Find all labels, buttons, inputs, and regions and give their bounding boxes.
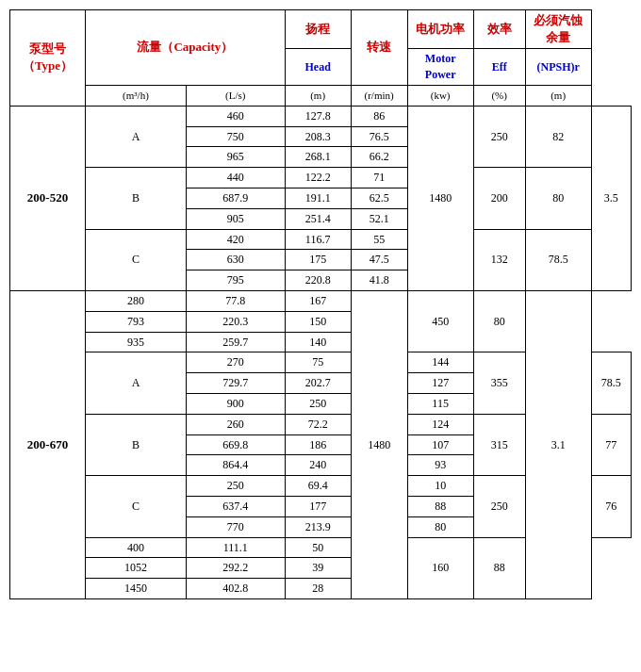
table-cell: 250 (473, 106, 525, 167)
header-flow-ls: (L/s) (186, 85, 285, 106)
table-cell: 268.1 (285, 147, 351, 168)
table-cell: 935 (86, 332, 187, 352)
table-cell: 86 (351, 106, 407, 126)
pump-data-table: 泵型号（Type） 流量（Capacity） 扬程 转速 电机功率 效率 必须汽… (9, 9, 632, 599)
table-cell: 80 (525, 168, 591, 229)
table-cell: 52.1 (351, 208, 407, 229)
table-cell: 167 (285, 290, 351, 311)
table-cell: 208.3 (285, 126, 351, 147)
table-cell: 78.5 (591, 352, 631, 414)
table-cell: 175 (285, 250, 351, 270)
table-cell: A (86, 352, 187, 414)
table-cell: 80 (407, 516, 473, 537)
table-cell: 1480 (351, 290, 407, 598)
table-cell: 460 (186, 106, 285, 126)
header-npsh-zh: 必须汽蚀余量 (525, 10, 591, 49)
table-cell: 122.2 (285, 168, 351, 188)
table-cell: C (86, 229, 187, 290)
table-cell: 630 (186, 250, 285, 270)
table-cell: 450 (407, 290, 473, 352)
table-cell: 200 (473, 168, 525, 229)
table-cell: B (86, 168, 187, 229)
table-cell: 200-520 (10, 106, 86, 290)
table-cell: 420 (186, 229, 285, 250)
table-cell: 186 (285, 434, 351, 455)
table-cell: 900 (186, 393, 285, 414)
table-cell: 71 (351, 168, 407, 188)
table-cell: 191.1 (285, 188, 351, 208)
header-flow-m3: (m³/h) (86, 85, 187, 106)
table-cell: 124 (407, 414, 473, 434)
table-cell: 250 (473, 476, 525, 537)
table-cell: 250 (285, 393, 351, 414)
table-cell: 50 (285, 537, 351, 558)
table-cell: 220.8 (285, 270, 351, 291)
table-cell: 76.5 (351, 126, 407, 147)
table-cell: 270 (186, 352, 285, 373)
table-cell: 111.1 (186, 537, 285, 558)
table-cell: 80 (473, 290, 525, 352)
table-cell: C (86, 476, 187, 537)
table-cell: 41.8 (351, 270, 407, 291)
table-cell: 729.7 (186, 373, 285, 394)
header-head-en: Head (285, 49, 351, 86)
table-cell: 132 (473, 229, 525, 290)
header-eff-unit: (%) (473, 85, 525, 106)
header-eff-en: Eff (473, 49, 525, 86)
table-cell: 213.9 (285, 516, 351, 537)
header-eff-zh: 效率 (473, 10, 525, 49)
table-cell: 687.9 (186, 188, 285, 208)
table-cell: 127.8 (285, 106, 351, 126)
table-cell: 55 (351, 229, 407, 250)
table-cell: 10 (407, 476, 473, 497)
table-cell: 160 (407, 537, 473, 598)
table-cell: 202.7 (285, 373, 351, 394)
table-cell: 200-670 (10, 290, 86, 598)
header-power-zh: 电机功率 (407, 10, 473, 49)
table-cell: 3.5 (591, 106, 631, 290)
table-cell: 292.2 (186, 558, 285, 579)
table-cell: 3.1 (525, 290, 591, 598)
table-cell: 400 (86, 537, 187, 558)
table-cell: 77.8 (186, 290, 285, 311)
table-cell: 127 (407, 373, 473, 394)
table-cell: 72.2 (285, 414, 351, 434)
table-cell: 1052 (86, 558, 187, 579)
table-cell: 47.5 (351, 250, 407, 270)
table-cell: 355 (473, 352, 525, 414)
table-cell: 260 (186, 414, 285, 434)
table-cell: 144 (407, 352, 473, 373)
header-head-unit: (m) (285, 85, 351, 106)
table-cell: 107 (407, 434, 473, 455)
table-cell: 402.8 (186, 579, 285, 599)
table-cell: 177 (285, 496, 351, 516)
table-cell: 76 (591, 476, 631, 537)
table-cell: 93 (407, 455, 473, 476)
header-speed-unit: (r/min) (351, 85, 407, 106)
table-cell: 637.4 (186, 496, 285, 516)
table-cell: 669.8 (186, 434, 285, 455)
table-cell: 220.3 (186, 311, 285, 332)
table-cell: 88 (473, 537, 525, 598)
table-cell: 750 (186, 126, 285, 147)
table-cell: 78.5 (525, 229, 591, 290)
table-cell: 240 (285, 455, 351, 476)
table-row: B440122.27120080 (10, 168, 632, 188)
table-cell: 75 (285, 352, 351, 373)
header-head-zh: 扬程 (285, 10, 351, 49)
table-cell: 250 (186, 476, 285, 497)
table-cell: 795 (186, 270, 285, 291)
header-npsh-en: (NPSH)r (525, 49, 591, 86)
table-cell: 864.4 (186, 455, 285, 476)
table-cell: 150 (285, 311, 351, 332)
table-cell: 66.2 (351, 147, 407, 168)
table-cell: 315 (473, 414, 525, 475)
table-cell: 965 (186, 147, 285, 168)
table-cell: 116.7 (285, 229, 351, 250)
table-cell: A (86, 106, 187, 167)
table-cell: 115 (407, 393, 473, 414)
table-cell: 88 (407, 496, 473, 516)
table-cell: 28 (285, 579, 351, 599)
table-cell: 62.5 (351, 188, 407, 208)
header-capacity: 流量（Capacity） (86, 10, 286, 86)
